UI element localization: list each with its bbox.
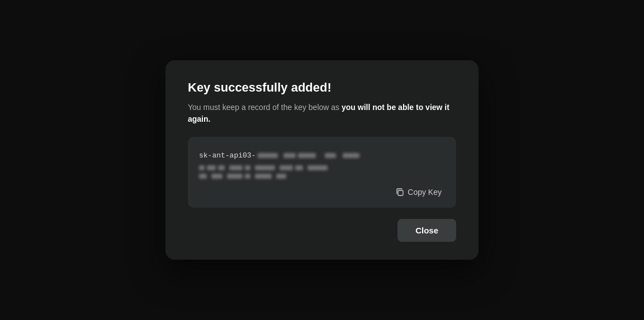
description-plain: You must keep a record of the key below … — [188, 103, 342, 112]
key-line-3 — [199, 174, 445, 179]
copy-key-row: Copy Key — [199, 185, 445, 199]
key-seg-3f — [276, 174, 286, 179]
key-seg-2b — [207, 165, 216, 170]
success-modal: Key successfully added! You must keep a … — [165, 60, 479, 260]
key-seg-3a — [199, 174, 207, 179]
key-seg-2h — [295, 165, 303, 170]
key-seg-3b — [211, 174, 222, 179]
key-seg-2e — [245, 165, 250, 170]
key-seg-2i — [307, 165, 328, 170]
key-seg-2a — [199, 165, 205, 170]
svg-rect-0 — [398, 190, 403, 195]
modal-title: Key successfully added! — [188, 80, 456, 95]
key-seg-3d — [245, 174, 250, 179]
modal-description: You must keep a record of the key below … — [188, 102, 456, 126]
copy-key-label: Copy Key — [408, 188, 442, 197]
key-prefix: sk-ant-api03- — [199, 149, 255, 162]
key-seg-3e — [255, 174, 272, 179]
copy-icon — [395, 188, 404, 197]
close-button[interactable]: Close — [397, 219, 456, 242]
key-seg-1c — [298, 153, 316, 158]
key-line-2 — [199, 165, 445, 170]
key-seg-2d — [229, 165, 243, 170]
modal-footer: Close — [188, 219, 456, 242]
key-seg-1b — [283, 153, 296, 158]
key-seg-2g — [280, 165, 293, 170]
key-seg-1a — [258, 153, 278, 158]
key-seg-2c — [218, 165, 225, 170]
key-seg-1d — [325, 153, 336, 158]
api-key-box: sk-ant-api03- — [188, 137, 456, 208]
copy-key-button[interactable]: Copy Key — [392, 185, 445, 199]
key-seg-2f — [255, 165, 275, 170]
api-key-content: sk-ant-api03- — [199, 149, 445, 179]
key-seg-3c — [227, 174, 243, 179]
key-line-1: sk-ant-api03- — [199, 149, 445, 162]
key-seg-1e — [343, 153, 359, 158]
